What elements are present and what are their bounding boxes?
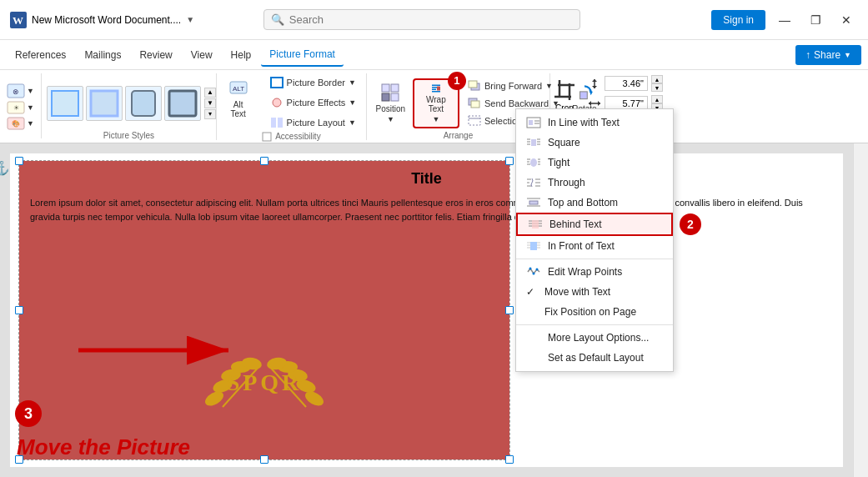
dd-through[interactable]: Through bbox=[516, 173, 673, 193]
width-up[interactable]: ▲ bbox=[651, 95, 663, 103]
forward-dropdown-icon: ▼ bbox=[545, 82, 553, 90]
handle-tl[interactable] bbox=[15, 157, 23, 165]
handle-mr[interactable] bbox=[505, 306, 514, 314]
styles-scroll-more[interactable]: ▾ bbox=[204, 109, 216, 119]
style-thumb-2[interactable] bbox=[86, 86, 123, 121]
svg-rect-65 bbox=[529, 120, 533, 125]
restore-button[interactable]: ❐ bbox=[804, 10, 828, 30]
svg-rect-13 bbox=[169, 91, 196, 116]
wrap-text-button[interactable]: Wrap Text ▼ 1 bbox=[413, 78, 459, 128]
menubar: References Mailings Review View Help Pic… bbox=[0, 40, 868, 70]
picture-border-button[interactable]: Picture Border ▼ bbox=[265, 73, 362, 92]
red-arrow bbox=[78, 325, 245, 378]
search-box[interactable]: 🔍 bbox=[263, 9, 580, 30]
dd-inline-text[interactable]: In Line with Text bbox=[516, 113, 673, 133]
handle-tm[interactable] bbox=[260, 157, 268, 165]
doc-page: ⚓ bbox=[10, 153, 843, 467]
menu-help[interactable]: Help bbox=[223, 44, 260, 66]
editwrap-icon bbox=[526, 266, 541, 278]
style-thumb-1[interactable] bbox=[47, 86, 83, 121]
svg-rect-19 bbox=[278, 118, 283, 128]
svg-rect-27 bbox=[437, 86, 440, 90]
default-layout-icon bbox=[526, 352, 541, 364]
handle-tr[interactable] bbox=[505, 157, 514, 165]
svg-text:ALT: ALT bbox=[233, 85, 244, 93]
more-layout-icon bbox=[526, 332, 541, 344]
svg-rect-31 bbox=[469, 81, 477, 88]
menu-view[interactable]: View bbox=[183, 44, 221, 66]
move-picture-label: Move the Picture bbox=[17, 434, 190, 460]
arrange-label: Arrange bbox=[444, 131, 474, 140]
badge-2: 2 bbox=[680, 213, 701, 235]
styles-scroll-up[interactable]: ▲ bbox=[204, 88, 216, 98]
titlebar: W New Microsoft Word Document.... ▼ 🔍 Si… bbox=[0, 0, 868, 40]
share-dropdown-icon: ▼ bbox=[844, 51, 851, 59]
topbottom-icon bbox=[526, 197, 541, 208]
height-down[interactable]: ▼ bbox=[651, 83, 663, 92]
share-button[interactable]: ↑ Share ▼ bbox=[795, 45, 861, 65]
styles-scroll-btns: ▲ ▼ ▾ bbox=[204, 88, 216, 119]
minimize-button[interactable]: — bbox=[772, 10, 797, 30]
style-thumb-4[interactable] bbox=[164, 86, 201, 121]
menu-picture-format[interactable]: Picture Format bbox=[261, 43, 344, 67]
alt-text-button[interactable]: ALT Alt Text bbox=[222, 73, 255, 123]
svg-rect-33 bbox=[471, 101, 479, 108]
checkmark-icon: ✓ bbox=[526, 286, 538, 298]
border-dropdown-icon: ▼ bbox=[349, 78, 356, 87]
behind-icon bbox=[528, 218, 543, 230]
search-input[interactable] bbox=[289, 13, 573, 26]
dd-more-layout[interactable]: More Layout Options... bbox=[516, 328, 673, 348]
svg-text:W: W bbox=[13, 14, 23, 27]
picture-layout-button[interactable]: Picture Layout ▼ bbox=[265, 113, 362, 132]
height-up[interactable]: ▲ bbox=[651, 75, 663, 83]
handle-bm[interactable] bbox=[260, 455, 268, 464]
word-icon: W bbox=[10, 12, 27, 28]
dd-tight[interactable]: Tight bbox=[516, 153, 673, 173]
badge-3: 3 bbox=[15, 400, 42, 427]
svg-rect-10 bbox=[91, 91, 118, 116]
vertical-scrollbar[interactable] bbox=[853, 143, 868, 477]
picture-effects-button[interactable]: Picture Effects ▼ bbox=[265, 93, 362, 112]
picture-styles-label: Picture Styles bbox=[103, 131, 154, 140]
height-spinner[interactable]: ▲ ▼ bbox=[651, 75, 663, 92]
close-button[interactable]: ✕ bbox=[835, 10, 858, 30]
dd-fix-position[interactable]: Fix Position on Page bbox=[516, 302, 673, 322]
dd-in-front[interactable]: In Front of Text bbox=[516, 236, 673, 256]
dd-square[interactable]: Square bbox=[516, 133, 673, 153]
titlebar-actions: Sign in — ❐ ✕ bbox=[711, 10, 858, 30]
dd-set-default[interactable]: Set as Default Layout bbox=[516, 348, 673, 368]
styles-grid bbox=[47, 86, 201, 121]
handle-br[interactable] bbox=[505, 455, 514, 464]
style-thumb-3[interactable] bbox=[125, 86, 162, 121]
dropdown-arrow-icon[interactable]: ▼ bbox=[186, 15, 194, 24]
svg-rect-26 bbox=[432, 87, 437, 88]
svg-rect-12 bbox=[132, 91, 155, 116]
anchor-icon: ⚓ bbox=[0, 160, 10, 176]
menu-references[interactable]: References bbox=[7, 44, 74, 66]
svg-point-100 bbox=[533, 273, 535, 275]
height-input[interactable] bbox=[605, 76, 648, 91]
styles-scroll-down[interactable]: ▼ bbox=[204, 98, 216, 108]
remove-bg-btn[interactable]: ⊗ ▼ bbox=[7, 83, 34, 98]
svg-text:⊗: ⊗ bbox=[13, 88, 19, 96]
app-branding: W New Microsoft Word Document.... ▼ bbox=[10, 12, 194, 28]
svg-rect-37 bbox=[580, 92, 587, 99]
signin-button[interactable]: Sign in bbox=[711, 10, 765, 30]
corrections-btn[interactable]: ☀ ▼ bbox=[7, 101, 34, 114]
dd-behind-text[interactable]: Behind Text 2 bbox=[516, 213, 673, 236]
menu-mailings[interactable]: Mailings bbox=[76, 44, 129, 66]
inline-icon bbox=[526, 117, 541, 128]
svg-rect-98 bbox=[530, 242, 537, 250]
color-btn[interactable]: 🎨 ▼ bbox=[7, 117, 34, 130]
menu-review[interactable]: Review bbox=[131, 44, 180, 66]
app-title: New Microsoft Word Document.... bbox=[32, 14, 181, 26]
dd-move-with-text[interactable]: ✓ Move with Text bbox=[516, 282, 673, 302]
dd-edit-wrap[interactable]: Edit Wrap Points bbox=[516, 262, 673, 282]
position-button[interactable]: Position ▼ bbox=[372, 78, 409, 128]
layout-dropdown-icon: ▼ bbox=[349, 118, 356, 127]
dd-top-bottom[interactable]: Top and Bottom bbox=[516, 193, 673, 213]
svg-rect-22 bbox=[391, 84, 399, 92]
handle-ml[interactable] bbox=[15, 306, 23, 314]
format-options-group: Picture Border ▼ Picture Effects ▼ Pictu… bbox=[265, 73, 362, 132]
bring-forward-button[interactable]: Bring Forward ▼ bbox=[463, 78, 564, 93]
